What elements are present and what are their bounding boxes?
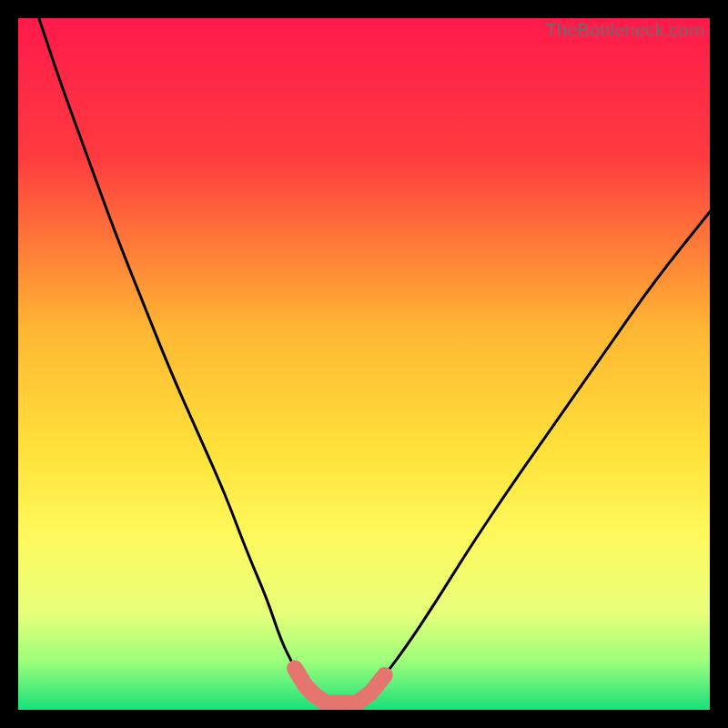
chart-background: [18, 18, 710, 710]
watermark-text: TheBottleneck.com: [545, 20, 704, 41]
chart-frame: TheBottleneck.com: [18, 18, 710, 710]
marker-dot: [289, 662, 300, 673]
marker-dot: [364, 685, 379, 700]
chart-svg: [18, 18, 710, 710]
marker-dot: [379, 670, 390, 681]
marker-dot: [298, 679, 311, 692]
